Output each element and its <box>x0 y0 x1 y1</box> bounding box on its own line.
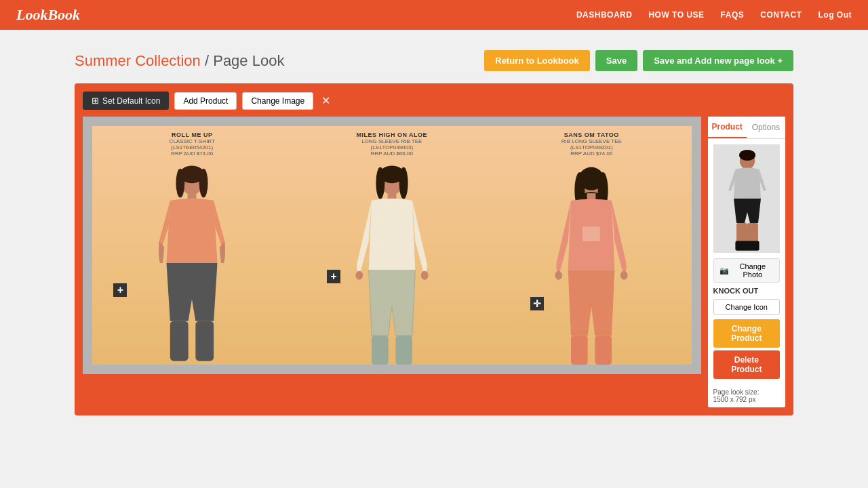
tab-product[interactable]: Product <box>708 117 747 138</box>
svg-point-23 <box>620 271 628 280</box>
figure-2: + <box>293 161 491 365</box>
svg-rect-24 <box>571 336 588 365</box>
page-title: Summer Collection / Page Look <box>75 52 284 70</box>
save-button[interactable]: Save <box>595 50 637 71</box>
svg-point-22 <box>555 271 563 280</box>
figure-3: ✛ <box>493 161 691 365</box>
change-icon-button[interactable]: Change Icon <box>713 299 780 315</box>
grid-icon: ⊞ <box>92 96 99 106</box>
canvas-area: ROLL ME UP CLASSIC T-SHIRT (LS1TEE054201… <box>83 117 701 374</box>
svg-point-12 <box>355 271 363 280</box>
svg-point-3 <box>199 169 208 198</box>
breadcrumb-separator: / <box>205 52 213 69</box>
figure-2-svg <box>351 161 433 365</box>
return-to-lookbook-button[interactable]: Return to Lookbook <box>484 50 590 71</box>
title-actions: Return to Lookbook Save Save and Add new… <box>484 50 793 71</box>
editor-area: ⊞ Set Default Icon Add Product Change Im… <box>75 83 793 415</box>
svg-rect-32 <box>746 241 759 250</box>
change-photo-button[interactable]: 📷 Change Photo <box>713 258 780 283</box>
tab-options[interactable]: Options <box>747 117 785 138</box>
svg-rect-15 <box>395 336 412 365</box>
svg-point-2 <box>176 169 185 198</box>
right-panel: Product Options <box>708 117 785 407</box>
page-size-info: Page look size: 1500 x 792 px <box>708 384 785 407</box>
content-area: Summer Collection / Page Look Return to … <box>61 30 807 429</box>
figure-1: + <box>93 161 291 365</box>
plus-marker-2[interactable]: + <box>327 270 340 283</box>
product-thumb-svg <box>713 144 780 253</box>
logo: LookBook <box>16 6 80 24</box>
nav-dashboard[interactable]: DASHBOARD <box>576 10 633 20</box>
svg-rect-6 <box>196 321 214 361</box>
svg-point-13 <box>421 271 429 280</box>
canvas-inner: ROLL ME UP CLASSIC T-SHIRT (LS1TEE054201… <box>92 126 692 365</box>
title-row: Summer Collection / Page Look Return to … <box>75 50 793 71</box>
svg-point-10 <box>399 167 408 199</box>
svg-point-9 <box>376 167 384 199</box>
editor-main: ROLL ME UP CLASSIC T-SHIRT (LS1TEE054201… <box>83 117 785 407</box>
figure-3-svg <box>551 161 632 365</box>
save-add-button[interactable]: Save and Add new page look + <box>643 50 793 71</box>
product-thumbnail <box>713 144 780 253</box>
camera-icon: 📷 <box>719 266 729 275</box>
logout-button[interactable]: Log Out <box>818 10 852 20</box>
page-look-label: Page Look <box>213 52 284 69</box>
close-icon[interactable]: ✕ <box>321 94 330 107</box>
product-image-area <box>708 139 785 258</box>
toolbar: ⊞ Set Default Icon Add Product Change Im… <box>83 92 785 110</box>
nav-faqs[interactable]: FAQS <box>721 10 745 20</box>
knockout-label: KNOCK OUT <box>708 283 785 299</box>
set-default-icon-button[interactable]: ⊞ Set Default Icon <box>83 92 169 110</box>
svg-point-28 <box>739 150 755 161</box>
delete-product-button[interactable]: Delete Product <box>713 350 780 379</box>
plus-marker-1[interactable]: + <box>113 283 127 297</box>
change-image-button[interactable]: Change Image <box>242 92 313 110</box>
panel-tabs: Product Options <box>708 117 785 139</box>
svg-rect-14 <box>372 336 389 365</box>
figure-1-svg <box>151 161 233 365</box>
plus-marker-3[interactable]: ✛ <box>530 297 544 310</box>
change-product-button[interactable]: Change Product <box>713 319 780 348</box>
silhouettes: + <box>92 126 692 365</box>
collection-name: Summer Collection <box>75 52 201 69</box>
nav-contact[interactable]: CONTACT <box>760 10 802 20</box>
header: LookBook DASHBOARD HOW TO USE FAQS CONTA… <box>0 0 868 30</box>
svg-rect-25 <box>595 336 612 365</box>
main-nav: DASHBOARD HOW TO USE FAQS CONTACT Log Ou… <box>576 10 852 20</box>
nav-how-to-use[interactable]: HOW TO USE <box>648 10 704 20</box>
svg-rect-5 <box>170 321 189 361</box>
add-product-button[interactable]: Add Product <box>174 92 237 110</box>
